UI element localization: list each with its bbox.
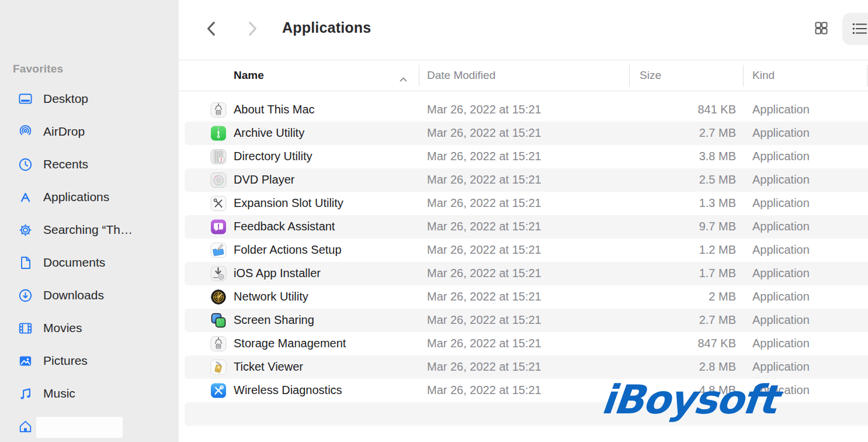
document-icon xyxy=(18,255,33,271)
table-row[interactable]: iOS App Installer Mar 26, 2022 at 15:21 … xyxy=(179,262,868,285)
sidebar-item-recents[interactable]: Recents xyxy=(0,148,179,181)
sidebar: Favorites Desktop AirDrop Recents Applic… xyxy=(0,0,179,442)
forward-button[interactable] xyxy=(242,19,262,39)
chevron-left-icon xyxy=(202,32,221,40)
sidebar-item-label: AirDrop xyxy=(43,125,85,139)
file-name: Ticket Viewer xyxy=(234,360,303,374)
table-row[interactable]: Feedback Assistant Mar 26, 2022 at 15:21… xyxy=(179,215,868,239)
grid-view-button[interactable] xyxy=(813,20,829,36)
column-divider xyxy=(629,65,630,87)
file-kind: Application xyxy=(752,360,810,374)
file-date-modified: Mar 26, 2022 at 15:21 xyxy=(427,360,541,374)
sidebar-item-applications[interactable]: Applications xyxy=(0,181,179,213)
back-button[interactable] xyxy=(202,19,221,39)
network-utility-icon xyxy=(210,289,227,305)
column-header-date-modified[interactable]: Date Modified xyxy=(427,69,495,82)
file-date-modified: Mar 26, 2022 at 15:21 xyxy=(427,267,541,280)
sidebar-item-label: Applications xyxy=(43,190,109,204)
table-row[interactable]: About This Mac Mar 26, 2022 at 15:21 841… xyxy=(179,98,868,122)
file-size: 2 MB xyxy=(588,290,736,303)
storage-management-icon xyxy=(210,336,227,352)
file-name: Storage Management xyxy=(234,337,346,350)
sidebar-section-label: Favorites xyxy=(13,63,63,75)
column-divider xyxy=(419,65,419,87)
gear-icon xyxy=(18,222,33,238)
archive-utility-icon xyxy=(210,125,227,141)
file-kind: Application xyxy=(752,337,810,350)
file-kind: Application xyxy=(752,196,810,210)
expansion-slot-utility-icon xyxy=(210,195,227,212)
table-row[interactable]: Network Utility Mar 26, 2022 at 15:21 2 … xyxy=(179,285,868,309)
file-size: 4.8 MB xyxy=(588,384,736,397)
list-view-button[interactable] xyxy=(842,13,868,45)
column-header-kind[interactable]: Kind xyxy=(752,69,775,82)
file-name: Directory Utility xyxy=(234,150,312,163)
file-name: Expansion Slot Utility xyxy=(234,196,343,210)
movies-icon xyxy=(18,320,33,336)
sidebar-item-music[interactable]: Music xyxy=(0,377,179,410)
table-row[interactable]: Archive Utility Mar 26, 2022 at 15:21 2.… xyxy=(179,122,868,145)
table-row[interactable]: Directory Utility Mar 26, 2022 at 15:21 … xyxy=(179,145,868,168)
applications-icon xyxy=(18,189,33,205)
table-row[interactable]: Ticket Viewer Mar 26, 2022 at 15:21 2.8 … xyxy=(179,355,868,379)
file-size: 1.3 MB xyxy=(588,196,736,210)
finder-window: Favorites Desktop AirDrop Recents Applic… xyxy=(0,0,868,442)
ticket-viewer-icon xyxy=(210,359,227,375)
wireless-diagnostics-icon xyxy=(210,382,227,399)
screen-sharing-icon xyxy=(210,312,227,329)
column-header-size[interactable]: Size xyxy=(640,69,661,82)
file-size: 9.7 MB xyxy=(588,220,736,233)
file-name: Screen Sharing xyxy=(234,313,314,327)
sidebar-item-pictures[interactable]: Pictures xyxy=(0,344,179,377)
home-icon xyxy=(18,419,33,434)
table-row[interactable]: Folder Actions Setup Mar 26, 2022 at 15:… xyxy=(179,239,868,262)
toolbar: Applications xyxy=(179,0,868,60)
file-date-modified: Mar 26, 2022 at 15:21 xyxy=(427,313,541,327)
file-size: 2.7 MB xyxy=(588,313,736,327)
table-row[interactable]: Wireless Diagnostics Mar 26, 2022 at 15:… xyxy=(179,379,868,402)
chevron-right-icon xyxy=(242,32,262,40)
sidebar-item-movies[interactable]: Movies xyxy=(0,312,179,344)
table-row[interactable]: Expansion Slot Utility Mar 26, 2022 at 1… xyxy=(179,192,868,215)
file-kind: Application xyxy=(752,243,810,257)
empty-row xyxy=(179,402,868,426)
column-divider xyxy=(743,65,744,87)
desktop-icon xyxy=(18,91,33,107)
list-header: Name Date Modified Size Kind xyxy=(179,60,868,91)
sidebar-item-documents[interactable]: Documents xyxy=(0,246,179,279)
file-kind: Application xyxy=(752,313,810,327)
ios-app-installer-icon xyxy=(210,265,227,282)
file-date-modified: Mar 26, 2022 at 15:21 xyxy=(427,173,541,187)
file-name: Folder Actions Setup xyxy=(234,243,342,257)
file-date-modified: Mar 26, 2022 at 15:21 xyxy=(427,150,541,163)
column-divider xyxy=(867,65,867,87)
file-name: Feedback Assistant xyxy=(234,220,335,233)
file-size: 3.8 MB xyxy=(588,150,736,163)
sidebar-item-searching-th[interactable]: Searching “Th… xyxy=(0,213,179,246)
downloads-icon xyxy=(18,288,33,303)
table-row[interactable]: Storage Management Mar 26, 2022 at 15:21… xyxy=(179,332,868,355)
sidebar-item-desktop[interactable]: Desktop xyxy=(0,82,179,115)
sidebar-item-airdrop[interactable]: AirDrop xyxy=(0,115,179,148)
file-name: Wireless Diagnostics xyxy=(234,384,342,397)
file-kind: Application xyxy=(752,103,810,116)
sidebar-item-label: Recents xyxy=(43,157,88,171)
file-size: 847 KB xyxy=(588,337,736,350)
file-name: iOS App Installer xyxy=(234,267,321,280)
file-date-modified: Mar 26, 2022 at 15:21 xyxy=(427,290,541,303)
table-row[interactable]: Screen Sharing Mar 26, 2022 at 15:21 2.7… xyxy=(179,309,868,332)
file-kind: Application xyxy=(752,267,810,280)
sidebar-item-label: Downloads xyxy=(43,288,104,302)
sidebar-item-downloads[interactable]: Downloads xyxy=(0,279,179,312)
table-row[interactable]: DVD Player Mar 26, 2022 at 15:21 2.5 MB … xyxy=(179,168,868,192)
sidebar-item-home[interactable] xyxy=(0,410,179,442)
file-name: DVD Player xyxy=(234,173,294,187)
file-name: Network Utility xyxy=(234,290,308,303)
file-kind: Application xyxy=(752,173,810,187)
file-list: About This Mac Mar 26, 2022 at 15:21 841… xyxy=(179,98,868,426)
file-kind: Application xyxy=(752,126,810,140)
file-kind: Application xyxy=(752,384,810,397)
page-title: Applications xyxy=(282,19,371,36)
column-header-name[interactable]: Name xyxy=(234,69,264,82)
file-size: 2.7 MB xyxy=(588,126,736,140)
